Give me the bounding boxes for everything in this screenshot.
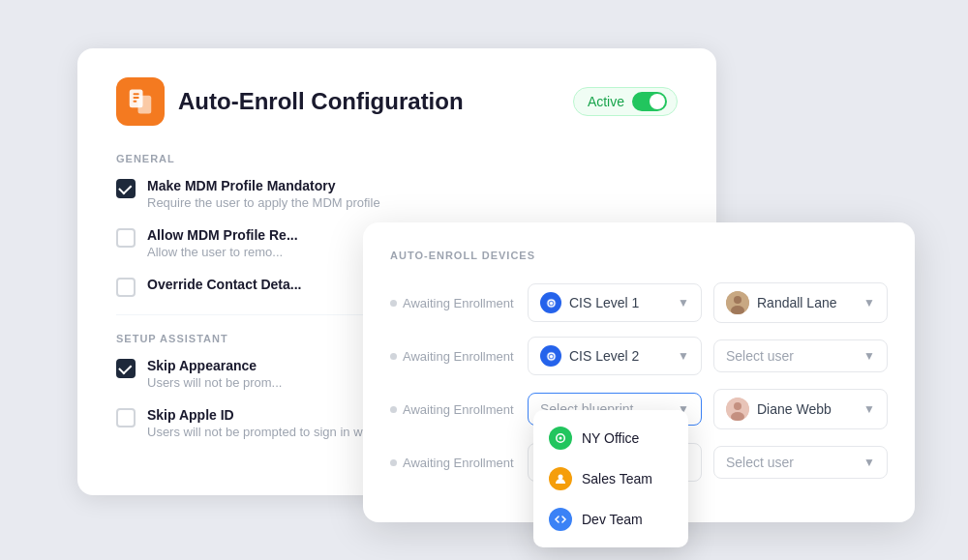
enroll-row-1: Awaiting Enrollment CIS Level 1 ▼ Randal… xyxy=(390,282,888,323)
popup-item-label: Sales Team xyxy=(582,471,652,486)
status-text: Awaiting Enrollment xyxy=(403,296,514,310)
auto-enroll-card: Auto-Enroll Devices Awaiting Enrollment … xyxy=(363,222,915,522)
enroll-status-3: Awaiting Enrollment xyxy=(390,402,516,417)
dev-team-icon xyxy=(549,508,572,531)
svg-rect-4 xyxy=(134,101,137,103)
popup-item-label: NY Office xyxy=(582,430,639,446)
svg-point-13 xyxy=(734,402,741,410)
auto-enroll-icon xyxy=(116,77,165,126)
user-dropdown-4[interactable]: Select user ▼ xyxy=(713,446,888,479)
status-dot xyxy=(390,406,397,413)
setting-desc: Users will not be prom... xyxy=(147,375,282,390)
setting-title: Skip Appearance xyxy=(147,358,282,373)
svg-point-8 xyxy=(734,296,741,304)
svg-point-15 xyxy=(560,437,562,440)
popup-item-dev-team[interactable]: Dev Team xyxy=(533,499,688,540)
mdm-mandatory-checkbox[interactable] xyxy=(116,179,136,198)
setting-mdm-mandatory-text: Make MDM Profile Mandatory Require the u… xyxy=(147,178,380,210)
user-placeholder: Select user xyxy=(726,348,794,364)
active-toggle[interactable] xyxy=(632,92,667,111)
setting-desc: Allow the user to remo... xyxy=(147,245,298,259)
svg-rect-2 xyxy=(134,93,139,95)
enroll-status-1: Awaiting Enrollment xyxy=(390,296,516,310)
user-dropdown-3[interactable]: Diane Webb ▼ xyxy=(713,389,888,429)
user-placeholder: Select user xyxy=(726,455,794,470)
header-left: Auto-Enroll Configuration xyxy=(116,77,464,126)
user-avatar-3 xyxy=(726,398,749,421)
enroll-status-2: Awaiting Enrollment xyxy=(390,349,516,364)
blueprint-label: CIS Level 2 xyxy=(569,348,639,364)
enroll-row-3: Awaiting Enrollment Select blueprint ▼ D… xyxy=(390,389,888,429)
svg-point-11 xyxy=(549,354,552,357)
page-title: Auto-Enroll Configuration xyxy=(178,88,464,115)
user-caret: ▼ xyxy=(863,456,875,469)
status-text: Awaiting Enrollment xyxy=(403,349,514,364)
user-avatar-1 xyxy=(726,291,749,314)
status-text: Awaiting Enrollment xyxy=(403,456,514,470)
setting-title: Make MDM Profile Mandatory xyxy=(147,178,380,193)
blueprint-caret: ▼ xyxy=(678,349,689,363)
user-caret: ▼ xyxy=(863,402,875,416)
user-dropdown-1[interactable]: Randall Lane ▼ xyxy=(713,282,888,323)
status-text: Awaiting Enrollment xyxy=(403,402,514,417)
user-label: Diane Webb xyxy=(757,401,832,417)
settings-header: Auto-Enroll Configuration Active xyxy=(116,77,678,126)
popup-item-ny-office[interactable]: NY Office xyxy=(533,418,688,458)
user-label: Randall Lane xyxy=(757,295,837,310)
blueprint-popup: NY Office Sales Team Dev Team xyxy=(533,410,688,547)
override-contact-checkbox[interactable] xyxy=(116,278,136,297)
mdm-removable-checkbox[interactable] xyxy=(116,228,136,248)
user-caret: ▼ xyxy=(863,349,875,363)
blueprint-label: CIS Level 1 xyxy=(569,295,639,310)
blueprint-icon xyxy=(540,292,561,313)
auto-enroll-header: Auto-Enroll Devices xyxy=(390,250,888,261)
status-dot xyxy=(390,353,397,360)
sales-team-icon xyxy=(549,467,572,490)
svg-point-6 xyxy=(549,301,552,304)
ny-office-icon xyxy=(549,427,572,450)
skip-appearance-checkbox[interactable] xyxy=(116,359,136,378)
setting-desc: Require the user to apply the MDM profil… xyxy=(147,195,380,210)
enroll-status-4: Awaiting Enrollment xyxy=(390,456,516,470)
setting-mdm-removable-text: Allow MDM Profile Re... Allow the user t… xyxy=(147,227,298,259)
popup-item-sales-team[interactable]: Sales Team xyxy=(533,458,688,499)
enroll-row-2: Awaiting Enrollment CIS Level 2 ▼ Select… xyxy=(390,337,888,375)
user-dropdown-2[interactable]: Select user ▼ xyxy=(713,339,888,372)
svg-rect-3 xyxy=(134,97,139,99)
popup-item-label: Dev Team xyxy=(582,512,643,527)
blueprint-caret: ▼ xyxy=(678,296,689,309)
skip-apple-id-checkbox[interactable] xyxy=(116,408,136,427)
status-label: Active xyxy=(588,94,624,109)
general-section-label: General xyxy=(116,153,678,164)
user-caret: ▼ xyxy=(863,296,875,309)
blueprint-icon xyxy=(540,345,561,367)
setting-title: Override Contact Deta... xyxy=(147,277,302,292)
setting-override-contact-text: Override Contact Deta... xyxy=(147,277,302,294)
svg-point-16 xyxy=(559,475,563,480)
svg-rect-1 xyxy=(138,96,152,114)
status-dot xyxy=(390,459,397,466)
status-badge[interactable]: Active xyxy=(573,87,678,116)
status-dot xyxy=(390,300,397,307)
setting-title: Allow MDM Profile Re... xyxy=(147,227,298,243)
blueprint-dropdown-1[interactable]: CIS Level 1 ▼ xyxy=(528,283,702,322)
setting-mdm-mandatory: Make MDM Profile Mandatory Require the u… xyxy=(116,178,678,210)
setting-skip-appearance-text: Skip Appearance Users will not be prom..… xyxy=(147,358,282,390)
blueprint-dropdown-2[interactable]: CIS Level 2 ▼ xyxy=(528,337,702,375)
